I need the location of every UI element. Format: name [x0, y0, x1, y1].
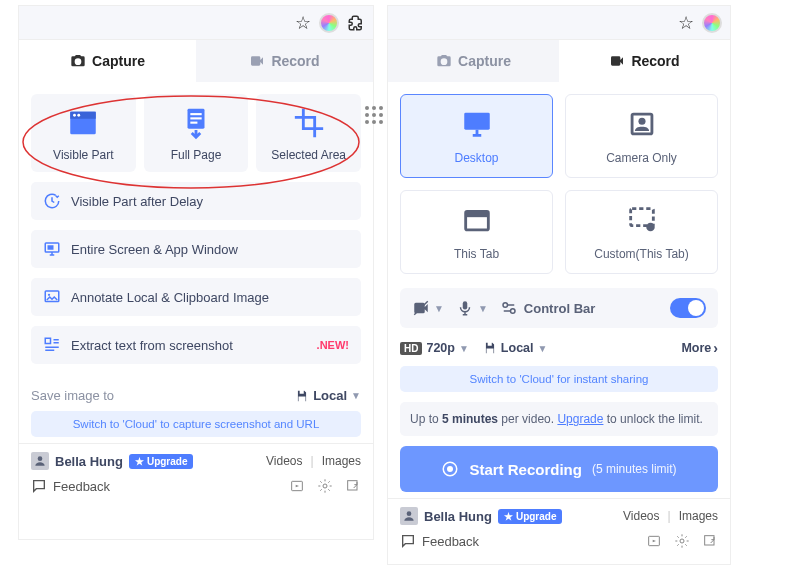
record-icon	[441, 460, 459, 478]
chevron-down-icon: ▼	[351, 390, 361, 401]
save-target-button[interactable]: Local▼	[483, 341, 548, 355]
camera-icon	[436, 53, 452, 69]
cloud-tip-left[interactable]: Switch to 'Cloud' to capture screenshot …	[31, 411, 361, 437]
ocr-icon	[43, 336, 61, 354]
extensions-puzzle-icon[interactable]	[347, 14, 365, 32]
footer-link-videos-right[interactable]: Videos	[623, 509, 659, 523]
control-bar-toggle[interactable]	[670, 298, 706, 318]
extension-icon[interactable]	[319, 13, 339, 33]
tile-visible-part-label: Visible Part	[53, 148, 113, 162]
tab-record-label: Record	[271, 53, 319, 69]
record-body: Desktop Camera Only This Tab Custom(This…	[388, 82, 730, 498]
new-tag: .NEW!	[317, 339, 349, 351]
item-annotate-label: Annotate Local & Clipboard Image	[71, 290, 269, 305]
svg-point-33	[680, 539, 684, 543]
tab-record[interactable]: Record	[196, 40, 373, 82]
user-name-right[interactable]: Bella Hung	[424, 509, 492, 524]
crop-icon	[292, 106, 326, 140]
svg-point-16	[323, 484, 327, 488]
footer-link-videos[interactable]: Videos	[266, 454, 302, 468]
save-icon	[483, 341, 497, 355]
extension-icon[interactable]	[702, 13, 722, 33]
resolution-button[interactable]: HD720p▼	[400, 341, 469, 355]
limit-box: Up to 5 minutes per video. Upgrade to un…	[400, 402, 718, 436]
tile-selected-area-label: Selected Area	[271, 148, 346, 162]
user-row-right: Bella Hung ★ Upgrade Videos | Images	[400, 507, 718, 525]
history-icon[interactable]	[646, 533, 662, 549]
popout-icon[interactable]	[345, 478, 361, 494]
mode-custom-label: Custom(This Tab)	[594, 247, 688, 261]
svg-rect-22	[465, 212, 488, 218]
settings-icon[interactable]	[674, 533, 690, 549]
tile-selected-area[interactable]: Selected Area	[256, 94, 361, 172]
mode-desktop[interactable]: Desktop	[400, 94, 553, 178]
apps-grid-icon[interactable]	[365, 106, 383, 124]
mode-camera[interactable]: Camera Only	[565, 94, 718, 178]
quality-row: HD720p▼ Local▼ More ›	[400, 340, 718, 356]
clock-icon	[43, 192, 61, 210]
capture-panel: ☆ Capture Record Visible Part Full Page	[18, 5, 374, 540]
svg-point-12	[48, 294, 50, 296]
item-extract-text[interactable]: Extract text from screenshot .NEW!	[31, 326, 361, 364]
item-extract-text-label: Extract text from screenshot	[71, 338, 233, 353]
capture-body: Visible Part Full Page Selected Area Vis…	[19, 82, 373, 443]
avatar-icon	[31, 452, 49, 470]
item-annotate[interactable]: Annotate Local & Clipboard Image	[31, 278, 361, 316]
tab-capture-label: Capture	[92, 53, 145, 69]
item-visible-delay[interactable]: Visible Part after Delay	[31, 182, 361, 220]
user-row-left: Bella Hung ★ Upgrade Videos | Images	[31, 452, 361, 470]
svg-point-30	[447, 466, 453, 472]
start-recording-button[interactable]: Start Recording (5 minutes limit)	[400, 446, 718, 492]
capture-tile-row: Visible Part Full Page Selected Area	[31, 94, 361, 172]
page-scroll-icon	[179, 106, 213, 140]
mode-this-tab[interactable]: This Tab	[400, 190, 553, 274]
item-entire-screen[interactable]: Entire Screen & App Window	[31, 230, 361, 268]
more-button[interactable]: More ›	[681, 340, 718, 356]
svg-point-27	[503, 303, 508, 308]
camera-toggle-button[interactable]: ▼	[412, 299, 444, 317]
tab-record-right[interactable]: Record	[559, 40, 730, 82]
start-recording-label: Start Recording	[469, 461, 582, 478]
tile-full-page[interactable]: Full Page	[144, 94, 249, 172]
mic-toggle-button[interactable]: ▼	[456, 299, 488, 317]
star-icon[interactable]: ☆	[678, 12, 694, 34]
tab-capture-label-right: Capture	[458, 53, 511, 69]
user-name-left[interactable]: Bella Hung	[55, 454, 123, 469]
svg-point-4	[78, 114, 81, 117]
svg-rect-34	[705, 536, 714, 545]
tile-visible-part[interactable]: Visible Part	[31, 94, 136, 172]
popout-icon[interactable]	[702, 533, 718, 549]
cloud-tip-right[interactable]: Switch to 'Cloud' for instant sharing	[400, 366, 718, 392]
feedback-row-right: Feedback	[400, 533, 718, 549]
saveto-target[interactable]: Local ▼	[295, 388, 361, 403]
upgrade-button-left[interactable]: ★ Upgrade	[129, 454, 194, 469]
tab-icon	[460, 203, 494, 237]
tabs-right: Capture Record	[388, 40, 730, 82]
upgrade-button-right[interactable]: ★ Upgrade	[498, 509, 563, 524]
mode-custom[interactable]: Custom(This Tab)	[565, 190, 718, 274]
history-icon[interactable]	[289, 478, 305, 494]
footer-link-images-right[interactable]: Images	[679, 509, 718, 523]
tab-capture-right[interactable]: Capture	[388, 40, 559, 82]
tabs-left: Capture Record	[19, 40, 373, 82]
camera-only-icon	[625, 107, 659, 141]
tab-capture[interactable]: Capture	[19, 40, 196, 82]
save-icon	[295, 389, 309, 403]
mode-desktop-label: Desktop	[454, 151, 498, 165]
footer-link-images[interactable]: Images	[322, 454, 361, 468]
svg-point-31	[407, 511, 412, 516]
recording-toolbar: ▼ ▼ Control Bar	[400, 288, 718, 328]
feedback-label-left[interactable]: Feedback	[53, 479, 110, 494]
svg-rect-6	[190, 113, 201, 115]
camera-icon	[70, 53, 86, 69]
feedback-label-right[interactable]: Feedback	[422, 534, 479, 549]
settings-icon[interactable]	[317, 478, 333, 494]
saveto-label: Save image to	[31, 388, 114, 403]
star-icon[interactable]: ☆	[295, 12, 311, 34]
svg-rect-17	[348, 481, 357, 490]
upgrade-link[interactable]: Upgrade	[557, 412, 603, 426]
screen-icon	[43, 240, 61, 258]
svg-point-24	[646, 223, 655, 232]
svg-point-20	[638, 118, 645, 125]
record-row-2: This Tab Custom(This Tab)	[400, 190, 718, 274]
